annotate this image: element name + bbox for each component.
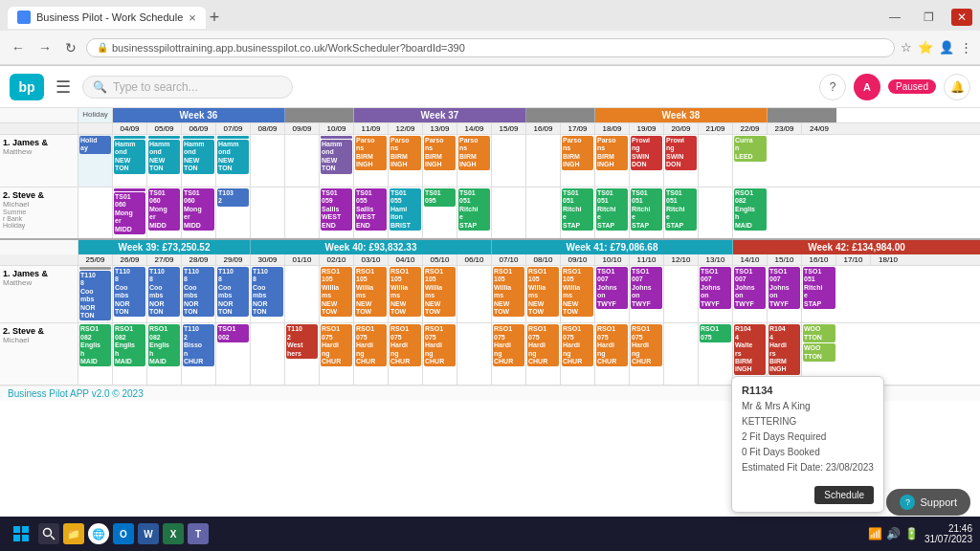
back-btn[interactable]: ← bbox=[8, 38, 29, 57]
tcell: T1108CoombsNORTON bbox=[147, 266, 182, 322]
url-input[interactable]: 🔒 businessspilottraining.app.businesspil… bbox=[86, 38, 895, 57]
search-box[interactable]: 🔍 Type to search... bbox=[82, 76, 293, 99]
tcell: CurranLEED bbox=[733, 135, 768, 187]
tcell bbox=[664, 323, 699, 385]
holiday-cell-steve bbox=[78, 187, 113, 238]
tab-bar: Business Pilot - Work Schedule × + — ❐ ✕ bbox=[0, 0, 980, 31]
extension-icon[interactable]: ⭐ bbox=[918, 40, 933, 55]
tcell: TS01055SallisWESTEND bbox=[354, 187, 389, 238]
search-placeholder: Type to search... bbox=[113, 80, 198, 94]
reload-btn[interactable]: ↻ bbox=[61, 38, 80, 57]
taskbar: 📁 🌐 O W X T 📶 🔊 🔋 21:46 31/07/2023 bbox=[0, 517, 980, 551]
support-button[interactable]: ? Support bbox=[886, 489, 970, 516]
tcell: T1108CoombsNORTON bbox=[182, 266, 216, 322]
word-icon[interactable]: W bbox=[138, 523, 159, 544]
popup-schedule-btn[interactable]: Schedule bbox=[814, 486, 874, 504]
maximize-btn[interactable]: ❐ bbox=[918, 9, 940, 26]
search-taskbar-icon[interactable] bbox=[38, 523, 59, 544]
tcell: RSO1105WilliamsNEWTOW bbox=[423, 266, 457, 322]
address-bar: ← → ↻ 🔒 businessspilottraining.app.busin… bbox=[0, 31, 980, 65]
tcell bbox=[457, 323, 492, 385]
tcell bbox=[285, 135, 320, 187]
tcell bbox=[492, 187, 526, 238]
url-text: businessspilottraining.app.businesspilot… bbox=[112, 42, 465, 54]
tcell: RSO1105WilliamsNEWTOW bbox=[526, 266, 561, 322]
tcell: TSO1007JohnsonTWYF bbox=[699, 266, 733, 322]
minimize-btn[interactable]: — bbox=[883, 9, 906, 26]
tcell: RSO1075HardingCHUR bbox=[595, 323, 630, 385]
taskbar-clock: 21:46 31/07/2023 bbox=[924, 523, 972, 544]
tcell: ParsonsBIRMINGH bbox=[389, 135, 423, 187]
tcell: RSO1105WilliamsNEWTOW bbox=[354, 266, 389, 322]
tcell: T1032 bbox=[216, 187, 251, 238]
search-icon: 🔍 bbox=[93, 80, 107, 94]
active-tab[interactable]: Business Pilot - Work Schedule × bbox=[8, 7, 206, 29]
tab-close-btn[interactable]: × bbox=[189, 11, 196, 25]
user-avatar[interactable]: A bbox=[854, 74, 880, 100]
tcell: ParsonsBIRMINGH bbox=[457, 135, 492, 187]
bookmark-icon[interactable]: ☆ bbox=[901, 40, 912, 55]
svg-rect-3 bbox=[22, 535, 29, 541]
hamburger-menu[interactable]: ☰ bbox=[52, 73, 75, 101]
teams-icon[interactable]: T bbox=[188, 523, 209, 544]
new-tab-btn[interactable]: + bbox=[210, 8, 220, 28]
tcell: RSO1075HardingCHUR bbox=[561, 323, 595, 385]
tcell: HammondNEWTON bbox=[113, 135, 147, 187]
tcell bbox=[251, 323, 285, 385]
notifications-btn[interactable]: 🔔 bbox=[944, 74, 970, 100]
tcell: RSO1105WilliamsNEWTOW bbox=[320, 266, 354, 322]
close-btn[interactable]: ✕ bbox=[951, 9, 972, 26]
tcell: HammondNEWTON bbox=[216, 135, 251, 187]
tcell: ProwingSWINDON bbox=[664, 135, 699, 187]
person-row-james-lower: 1. James & Matthew T1108CoombsNORTON T11… bbox=[0, 266, 980, 323]
outlook-icon[interactable]: O bbox=[113, 523, 134, 544]
tcell: RSO1075HardingCHUR bbox=[354, 323, 389, 385]
week-37b-header bbox=[526, 108, 595, 122]
tcell: HammondNEWTON bbox=[320, 135, 354, 187]
tcell: TS01059SallisWESTEND bbox=[320, 187, 354, 238]
tcell: TSO1002 bbox=[216, 323, 251, 385]
tcell: TS01051RitchieSTAP bbox=[630, 187, 664, 238]
app-logo: bp bbox=[10, 74, 44, 100]
week-37-header: Week 37 bbox=[354, 108, 526, 122]
tcell: TS01051RitchieSTAP bbox=[561, 187, 595, 238]
svg-rect-1 bbox=[22, 526, 29, 533]
popup-fit-days-required: 2 Fit Days Required bbox=[742, 430, 874, 444]
tcell: HammondNEWTON bbox=[182, 135, 216, 187]
file-explorer-icon[interactable]: 📁 bbox=[63, 523, 84, 544]
chrome-icon[interactable]: 🌐 bbox=[88, 523, 109, 544]
tcell: TS01051RitchieSTAP bbox=[595, 187, 630, 238]
menu-icon[interactable]: ⋮ bbox=[960, 40, 972, 55]
tab-favicon bbox=[17, 11, 31, 24]
tcell: RSO1075HardingCHUR bbox=[526, 323, 561, 385]
holiday-cell-james: Holiday bbox=[78, 135, 113, 187]
person-label-steve-lower: 2. Steve & Michael bbox=[0, 323, 78, 385]
excel-icon[interactable]: X bbox=[163, 523, 184, 544]
window-controls: — ❐ ✕ bbox=[883, 9, 972, 26]
tcell bbox=[251, 135, 285, 187]
tcell bbox=[285, 187, 320, 238]
tcell: RSO1075HardingCHUR bbox=[389, 323, 423, 385]
upper-schedule-header: Holiday Week 36 Week 37 Week 38 bbox=[0, 108, 980, 123]
profile-icon[interactable]: 👤 bbox=[939, 40, 954, 55]
week-36-header: Week 36 bbox=[113, 108, 285, 122]
tcell: HammondNEWTON bbox=[147, 135, 182, 187]
popup-estimated-fit: Estimated Fit Date: 23/08/2023 bbox=[742, 461, 874, 474]
network-icon: 📶 bbox=[868, 527, 882, 540]
forward-btn[interactable]: → bbox=[34, 38, 56, 57]
support-label: Support bbox=[920, 496, 957, 508]
lower-dates-row: 25/09 26/09 27/09 28/09 29/09 30/09 01/1… bbox=[0, 254, 980, 266]
tcell: TSO1007JohnsonTWYF bbox=[768, 266, 802, 322]
app-topbar: bp ☰ 🔍 Type to search... ? A Paused 🔔 bbox=[0, 66, 980, 108]
svg-point-4 bbox=[44, 529, 52, 537]
tcell: ParsonsBIRMINGH bbox=[595, 135, 630, 187]
paused-badge[interactable]: Paused bbox=[888, 79, 936, 94]
tcell: RSO1075HardingCHUR bbox=[492, 323, 526, 385]
popup-name: Mr & Mrs A King bbox=[742, 400, 874, 413]
address-actions: ☆ ⭐ 👤 ⋮ bbox=[901, 40, 972, 55]
help-btn[interactable]: ? bbox=[819, 74, 846, 100]
tcell: TS01051RitchieSTAP bbox=[457, 187, 492, 238]
start-button[interactable] bbox=[8, 522, 34, 545]
app-container: bp ☰ 🔍 Type to search... ? A Paused 🔔 Ho… bbox=[0, 66, 980, 551]
tcell: RSO1075HardingCHUR bbox=[630, 323, 664, 385]
